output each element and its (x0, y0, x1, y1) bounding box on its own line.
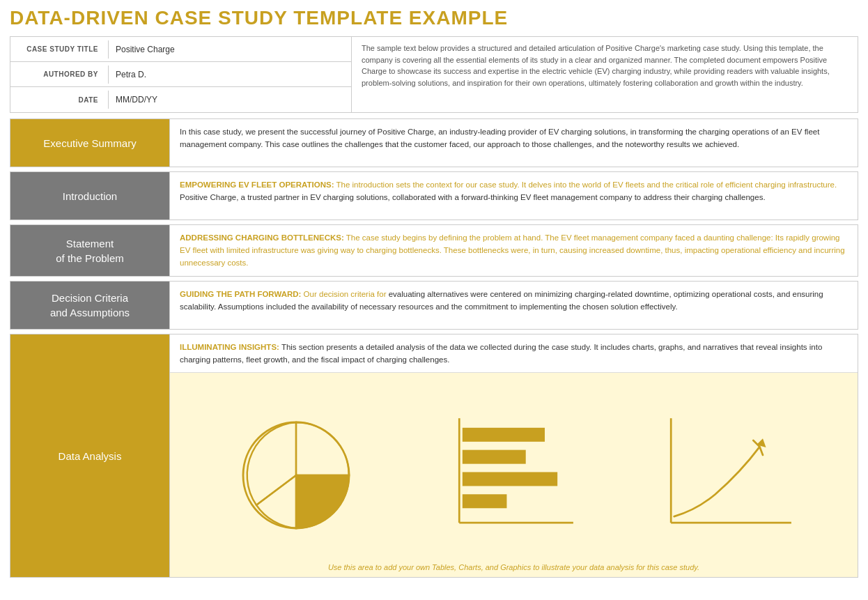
charts-area: Use this area to add your own Tables, Ch… (170, 373, 858, 577)
header-fields: CASE STUDY TITLE Positive Charge AUTHORE… (10, 37, 352, 112)
decision-section: Decision Criteria and Assumptions GUIDIN… (10, 281, 858, 330)
pie-chart-svg (230, 409, 362, 541)
page-title: DATA-DRIVEN CASE STUDY TEMPLATE EXAMPLE (10, 7, 858, 29)
authored-label: AUTHORED BY (10, 70, 108, 78)
case-study-value: Positive Charge (108, 40, 351, 59)
date-value: MM/DD/YY (108, 91, 351, 109)
svg-rect-6 (463, 494, 507, 508)
statement-label: Statement of the Problem (10, 225, 169, 276)
data-analysis-label: Data Analysis (10, 334, 169, 577)
date-label: DATE (10, 96, 108, 104)
date-row: DATE MM/DD/YY (10, 87, 351, 112)
decision-bold: GUIDING THE PATH FORWARD: (180, 290, 301, 298)
bar-chart-svg (440, 409, 580, 541)
statement-bold: ADDRESSING CHARGING BOTTLENECKS: (180, 233, 344, 242)
data-bold: ILLUMINATING INSIGHTS: (180, 343, 279, 351)
statement-content: ADDRESSING CHARGING BOTTLENECKS: The cas… (169, 225, 858, 276)
statement-middle: limited infrastructure (224, 246, 299, 254)
executive-summary-label: Executive Summary (10, 119, 169, 167)
decision-content: GUIDING THE PATH FORWARD: Our decision c… (169, 282, 858, 329)
case-study-row: CASE STUDY TITLE Positive Charge (10, 37, 351, 62)
header-section: CASE STUDY TITLE Positive Charge AUTHORE… (10, 36, 858, 113)
intro-bold: EMPOWERING EV FLEET OPERATIONS: (180, 180, 334, 189)
data-analysis-text: ILLUMINATING INSIGHTS: This section pres… (170, 334, 858, 373)
svg-rect-5 (463, 472, 557, 486)
data-analysis-content: ILLUMINATING INSIGHTS: This section pres… (169, 334, 858, 577)
introduction-section: Introduction EMPOWERING EV FLEET OPERATI… (10, 171, 858, 220)
executive-summary-section: Executive Summary In this case study, we… (10, 118, 858, 167)
intro-colored: The introduction sets the context for ou… (334, 180, 837, 189)
bar-chart (440, 409, 580, 541)
introduction-label: Introduction (10, 172, 169, 220)
pie-chart (230, 409, 362, 541)
intro-plain: Positive Charge, a trusted partner in EV… (180, 193, 766, 201)
data-analysis-section: Data Analysis ILLUMINATING INSIGHTS: Thi… (10, 334, 858, 578)
authored-value: Petra D. (108, 66, 351, 84)
authored-row: AUTHORED BY Petra D. (10, 62, 351, 87)
executive-summary-content: In this case study, we present the succe… (169, 119, 858, 167)
svg-rect-4 (463, 449, 526, 463)
introduction-content: EMPOWERING EV FLEET OPERATIONS: The intr… (169, 172, 858, 220)
decision-label: Decision Criteria and Assumptions (10, 282, 169, 329)
charts-caption: Use this area to add your own Tables, Ch… (170, 563, 858, 571)
line-chart-svg (658, 409, 798, 541)
statement-section: Statement of the Problem ADDRESSING CHAR… (10, 224, 858, 277)
line-chart (658, 409, 798, 541)
case-study-label: CASE STUDY TITLE (10, 45, 108, 53)
decision-colored: Our decision criteria for (301, 290, 386, 298)
svg-rect-3 (463, 428, 545, 442)
header-description: The sample text below provides a structu… (352, 37, 858, 112)
